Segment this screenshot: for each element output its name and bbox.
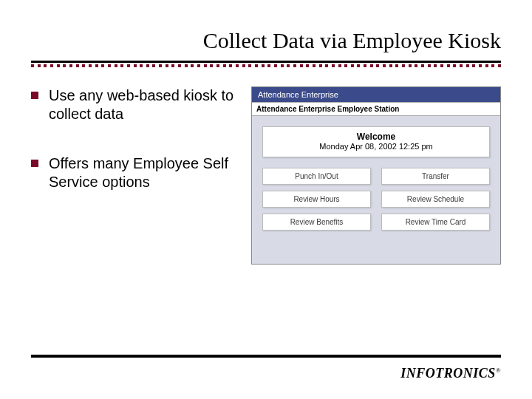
welcome-title: Welcome	[266, 132, 486, 142]
brand-logo: INFOTRONICS®	[400, 366, 501, 381]
bullet-list: Use any web-based kiosk to collect data …	[31, 86, 238, 265]
title-underline	[31, 61, 501, 63]
list-item: Offers many Employee Self Service option…	[31, 154, 238, 191]
brand-text: INFOTRONICS	[400, 366, 496, 381]
bullet-square-icon	[31, 92, 38, 99]
welcome-datetime: Monday Apr 08, 2002 12:25 pm	[266, 142, 486, 151]
kiosk-titlebar: Attendance Enterprise	[252, 87, 500, 102]
bullet-square-icon	[31, 160, 38, 167]
bullet-text: Offers many Employee Self Service option…	[49, 154, 238, 191]
footer-rule	[31, 355, 501, 358]
slide-title: Collect Data via Employee Kiosk	[0, 0, 532, 61]
transfer-button[interactable]: Transfer	[381, 168, 490, 185]
kiosk-button-grid: Punch In/Out Transfer Review Hours Revie…	[262, 168, 490, 231]
kiosk-body: Welcome Monday Apr 08, 2002 12:25 pm Pun…	[252, 116, 500, 264]
review-hours-button[interactable]: Review Hours	[262, 191, 371, 208]
kiosk-subtitle: Attendance Enterprise Employee Station	[252, 102, 500, 116]
bullet-text: Use any web-based kiosk to collect data	[49, 86, 238, 123]
review-time-card-button[interactable]: Review Time Card	[381, 214, 490, 231]
kiosk-screenshot: Attendance Enterprise Attendance Enterpr…	[251, 86, 501, 265]
review-schedule-button[interactable]: Review Schedule	[381, 191, 490, 208]
review-benefits-button[interactable]: Review Benefits	[262, 214, 371, 231]
content-area: Use any web-based kiosk to collect data …	[0, 69, 532, 265]
punch-in-out-button[interactable]: Punch In/Out	[262, 168, 371, 185]
registered-mark-icon: ®	[496, 366, 501, 374]
welcome-panel: Welcome Monday Apr 08, 2002 12:25 pm	[262, 126, 490, 157]
list-item: Use any web-based kiosk to collect data	[31, 86, 238, 123]
